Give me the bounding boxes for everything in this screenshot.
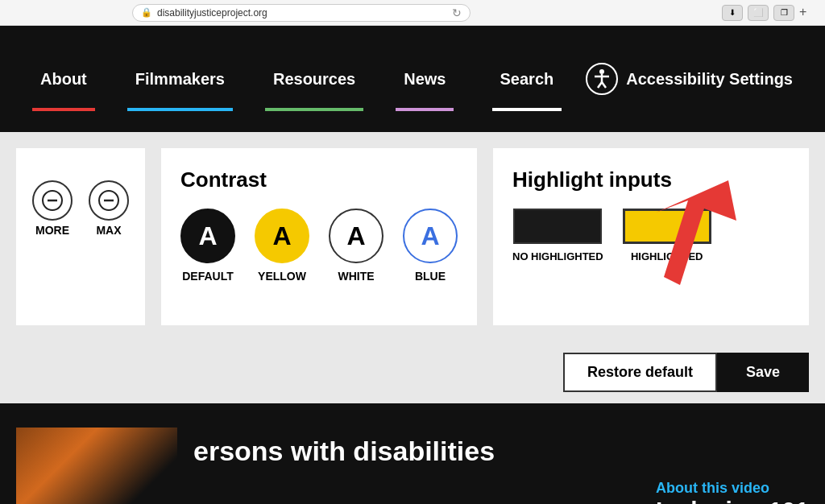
nav-search[interactable]: Search xyxy=(484,70,570,89)
accessibility-icon xyxy=(586,63,618,95)
svg-point-0 xyxy=(599,69,604,74)
contrast-yellow-option[interactable]: A YELLOW xyxy=(255,209,309,283)
contrast-blue-option[interactable]: A BLUE xyxy=(403,209,458,283)
contrast-panel: Contrast A DEFAULT A YELLOW A WHITE A BL… xyxy=(161,148,477,325)
font-more-button[interactable]: MORE xyxy=(32,180,73,237)
font-max-icon xyxy=(89,180,129,221)
about-video-label: About this video xyxy=(656,480,809,497)
svg-marker-9 xyxy=(656,180,736,285)
contrast-white-icon: A xyxy=(329,209,383,263)
nav-underline-resources xyxy=(265,108,363,111)
nav-item-filmmakers[interactable]: Filmmakers xyxy=(111,70,249,89)
video-title: Inclusion 101 xyxy=(656,497,809,504)
url-bar[interactable]: 🔒 disabilityjusticeproject.org ↻ xyxy=(132,4,471,22)
contrast-blue-icon: A xyxy=(403,209,458,263)
nav-item-news[interactable]: News xyxy=(379,70,470,89)
nav-item-about[interactable]: About xyxy=(16,70,111,89)
nav-underline-news xyxy=(396,108,454,111)
arrow-indicator xyxy=(624,180,736,285)
navigation-bar: About Filmmakers Resources News Search A… xyxy=(0,26,825,132)
nav-underline-about xyxy=(32,108,95,111)
font-size-panel: MORE MAX xyxy=(16,148,145,325)
browser-chrome: 🔒 disabilityjusticeproject.org ↻ ⬇ ⬜ ❐ + xyxy=(0,0,825,26)
page-heading: ersons with disabilities xyxy=(193,428,495,467)
window-button[interactable]: ⬜ xyxy=(748,5,769,21)
contrast-default-icon: A xyxy=(180,209,235,263)
contrast-default-option[interactable]: A DEFAULT xyxy=(180,209,235,283)
lock-icon: 🔒 xyxy=(141,7,152,18)
svg-line-4 xyxy=(602,82,606,88)
nav-underline-search xyxy=(492,108,562,111)
reload-icon[interactable]: ↻ xyxy=(452,6,462,19)
contrast-white-option[interactable]: A WHITE xyxy=(329,209,383,283)
video-thumbnail[interactable]: ↗ Share xyxy=(16,428,177,504)
contrast-title: Contrast xyxy=(180,167,458,192)
settings-panel: MORE MAX Contrast A DEFAULT A xyxy=(0,132,825,341)
browser-buttons: ⬇ ⬜ ❐ + xyxy=(722,5,815,21)
accessibility-settings-button[interactable]: Accessibility Settings xyxy=(570,63,809,95)
url-text: disabilityjusticeproject.org xyxy=(157,7,267,19)
font-more-icon xyxy=(32,180,73,221)
save-button[interactable]: Save xyxy=(717,353,809,392)
highlight-panel: Highlight inputs NO HIGHLIGHTED HIGHLIGH… xyxy=(493,148,809,325)
contrast-yellow-icon: A xyxy=(255,209,309,263)
fullscreen-button[interactable]: ❐ xyxy=(773,5,794,21)
contrast-options: A DEFAULT A YELLOW A WHITE A BLUE xyxy=(180,209,458,283)
no-highlight-option[interactable]: NO HIGHLIGHTED xyxy=(512,209,603,262)
video-info: About this video Inclusion 101 xyxy=(656,480,809,504)
bottom-section: ↗ Share ersons with disabilities About t… xyxy=(0,403,825,504)
action-buttons-row: Restore default Save xyxy=(0,341,825,403)
restore-default-button[interactable]: Restore default xyxy=(563,353,717,392)
download-button[interactable]: ⬇ xyxy=(722,5,743,21)
nav-item-resources[interactable]: Resources xyxy=(249,70,379,89)
new-tab-button[interactable]: + xyxy=(799,5,815,21)
no-highlight-preview xyxy=(513,209,602,244)
nav-underline-filmmakers xyxy=(127,108,233,111)
font-size-controls: MORE MAX xyxy=(32,180,129,237)
font-max-button[interactable]: MAX xyxy=(89,180,129,237)
